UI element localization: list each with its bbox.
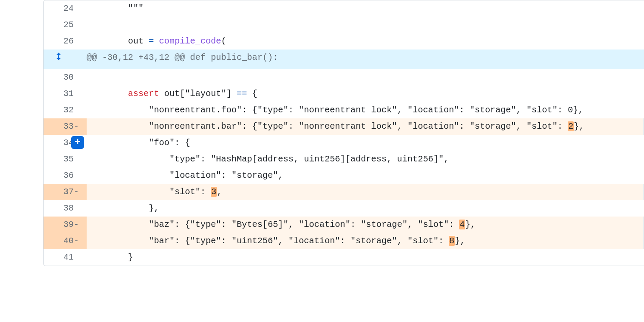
code-content[interactable]: "bar": {"type": "uint256", "location": "…: [87, 233, 644, 249]
code-line: 36 "location": "storage",49: [44, 167, 644, 184]
code-line: 33- "nonreentrant.bar": {"type": "nonree…: [44, 118, 644, 135]
diff-marker-left: [74, 17, 87, 33]
diff-marker-left: -: [74, 184, 87, 200]
diff-marker-left: [74, 69, 87, 86]
hunk-header-row: @@ -30,12 +43,12 @@ def public_bar():: [44, 50, 644, 69]
code-line: 37- "slot": 3,50+: [44, 184, 644, 200]
diff-marker-left: [74, 33, 87, 50]
code-content[interactable]: out = compile_code(: [87, 33, 644, 50]
svg-point-0: [58, 56, 59, 57]
code-line: 35 "type": "HashMap[address, uint256][ad…: [44, 151, 644, 167]
line-number-left[interactable]: 32: [44, 102, 74, 118]
line-number-left[interactable]: 34+: [44, 135, 74, 151]
diff-marker-left: [74, 151, 87, 167]
code-line: 24 """37: [44, 0, 644, 17]
diff-marker-left: [74, 167, 87, 184]
line-number-left[interactable]: 24: [44, 0, 74, 17]
code-content[interactable]: "location": "storage",: [87, 167, 644, 184]
line-number-left[interactable]: 37: [44, 184, 74, 200]
code-line: 3043: [44, 69, 644, 86]
code-content[interactable]: }: [87, 249, 644, 266]
add-comment-button[interactable]: +: [71, 136, 84, 149]
code-content[interactable]: "slot": 3,: [87, 184, 644, 200]
line-number-left[interactable]: 36: [44, 167, 74, 184]
code-line: 34+ "foo": {47: [44, 135, 644, 151]
code-content[interactable]: "nonreentrant.foo": {"type": "nonreentra…: [87, 102, 644, 118]
diff-marker-left: -: [74, 233, 87, 249]
code-line: 26 out = compile_code(39: [44, 33, 644, 50]
code-line: 41 }54: [44, 249, 644, 266]
expand-icon[interactable]: [44, 50, 74, 63]
diff-marker-left: [74, 249, 87, 266]
diff-view: 24 """37253826 out = compile_code(39@@ -…: [43, 0, 644, 266]
diff-marker-left: [74, 0, 87, 17]
line-number-left[interactable]: 33: [44, 118, 74, 135]
line-number-left[interactable]: 35: [44, 151, 74, 167]
line-number-left[interactable]: 26: [44, 33, 74, 50]
code-content[interactable]: "type": "HashMap[address, uint256][addre…: [87, 151, 644, 167]
code-content[interactable]: "baz": {"type": "Bytes[65]", "location":…: [87, 217, 644, 233]
code-content[interactable]: """: [87, 0, 644, 17]
line-number-left[interactable]: 25: [44, 17, 74, 33]
code-line: 40- "bar": {"type": "uint256", "location…: [44, 233, 644, 249]
line-number-left[interactable]: 31: [44, 86, 74, 102]
code-content[interactable]: [87, 69, 644, 86]
diff-table: 24 """37253826 out = compile_code(39@@ -…: [44, 0, 644, 266]
code-content[interactable]: "foo": {: [87, 135, 644, 151]
diff-marker-left: -: [74, 217, 87, 233]
hunk-header-text: @@ -30,12 +43,12 @@ def public_bar():: [87, 50, 644, 69]
code-content[interactable]: [87, 17, 644, 33]
code-line: 38 },51: [44, 200, 644, 217]
line-number-left[interactable]: 30: [44, 69, 74, 86]
code-line: 32 "nonreentrant.foo": {"type": "nonreen…: [44, 102, 644, 118]
line-number-left[interactable]: 40: [44, 233, 74, 249]
code-line: 31 assert out["layout"] == {44: [44, 86, 644, 102]
diff-marker-left: [74, 86, 87, 102]
line-number-left[interactable]: 39: [44, 217, 74, 233]
line-number-left[interactable]: 38: [44, 200, 74, 217]
diff-marker-left: [74, 102, 87, 118]
code-content[interactable]: },: [87, 200, 644, 217]
code-line: 39- "baz": {"type": "Bytes[65]", "locati…: [44, 217, 644, 233]
code-content[interactable]: assert out["layout"] == {: [87, 86, 644, 102]
code-content[interactable]: "nonreentrant.bar": {"type": "nonreentra…: [87, 118, 644, 135]
expand-cell[interactable]: [44, 50, 74, 69]
diff-marker-left: [74, 200, 87, 217]
code-line: 2538: [44, 17, 644, 33]
line-number-left[interactable]: 41: [44, 249, 74, 266]
diff-marker-left: -: [74, 118, 87, 135]
